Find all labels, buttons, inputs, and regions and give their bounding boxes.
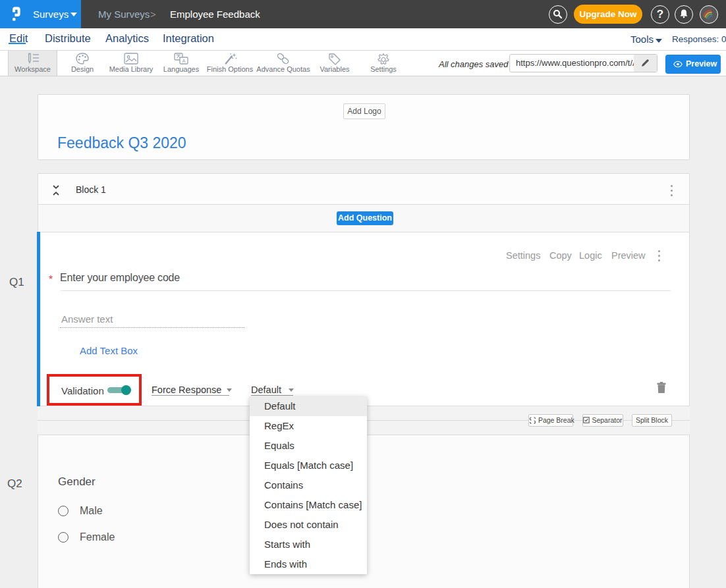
svg-text:A: A: [182, 58, 186, 64]
